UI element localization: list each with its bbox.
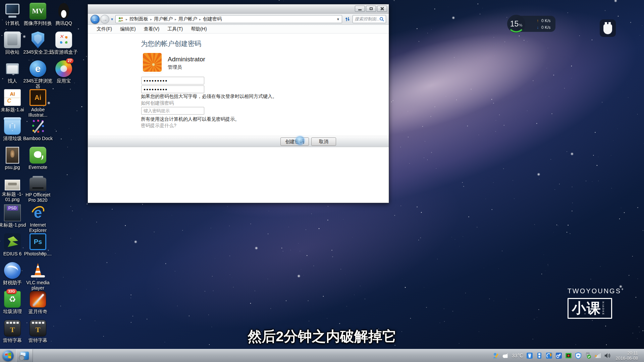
app-manager-icon — [20, 352, 29, 360]
breadcrumb-separator-icon: ▸ — [125, 17, 128, 21]
user-name: Administrator — [168, 56, 205, 63]
password-hint-field[interactable] — [141, 107, 204, 115]
icon-label: HP Officejet Pro 3620 — [22, 192, 54, 203]
clock-time: 20:11 — [616, 351, 638, 356]
menu-edit[interactable]: 编辑(E) — [116, 25, 140, 33]
desktop-icon-lanyue-chuanqi[interactable]: 蓝月传奇 — [22, 291, 54, 314]
weather-temperature[interactable]: 33℃ — [512, 353, 523, 359]
minimize-icon — [358, 9, 362, 10]
command-band: 创建密码 取消 — [88, 136, 389, 147]
badge: 33G — [6, 289, 17, 294]
taskbar-app-button[interactable] — [16, 349, 33, 362]
case-note: 如果您的密码包括大写字母，必须在每次登录时以相同方式键入。 — [141, 94, 277, 100]
hint-visibility-note: 所有使用这台计算机的人都可以看见密码提示。 — [141, 116, 239, 122]
taskbar: 33℃ — [0, 349, 644, 362]
crumb-create-password[interactable]: 创建密码 — [202, 16, 223, 22]
desktop-icon-adobe-illustrator[interactable]: Ai Adobe Illustrat... — [22, 89, 54, 118]
address-dropdown-icon[interactable]: ▼ — [336, 17, 340, 21]
icon-label: Adobe Illustrat... — [22, 107, 54, 118]
start-button[interactable] — [0, 349, 16, 362]
what-is-hint-link[interactable]: 密码提示是什么? — [141, 123, 176, 129]
watermark-brand: TWOYOUNGS — [568, 287, 621, 295]
safely-remove-usb-icon[interactable] — [585, 352, 591, 359]
key-security-icon[interactable] — [555, 352, 562, 359]
menu-file[interactable]: 文件(F) — [93, 25, 116, 33]
confirm-password-field[interactable] — [141, 85, 204, 93]
minimize-button[interactable] — [355, 6, 365, 12]
weather-cloud-icon[interactable] — [502, 352, 509, 359]
search-icon — [379, 17, 384, 21]
desktop-icon-tencent-qq[interactable]: 腾讯QQ — [48, 3, 80, 26]
new-password-field[interactable] — [141, 77, 204, 84]
back-button[interactable]: ← — [91, 15, 100, 24]
create-password-button[interactable]: 创建密码 — [280, 137, 309, 146]
window-titlebar[interactable] — [88, 4, 389, 14]
download-speed: 0 K/s — [541, 25, 550, 30]
input-method-icon[interactable] — [492, 352, 499, 359]
refresh-icon — [345, 16, 350, 22]
green-progress-arc — [507, 15, 525, 33]
desktop: 计算机 MV 图像序列转换 腾讯QQ 回收站 — [0, 0, 644, 362]
monitor-green-icon[interactable] — [565, 352, 572, 359]
cancel-button[interactable]: 取消 — [311, 137, 336, 146]
icon-label: Evernote — [22, 165, 54, 170]
badge: 27 — [66, 58, 73, 63]
breadcrumb-separator-icon: ▸ — [199, 17, 202, 21]
network-signal-icon[interactable] — [594, 352, 601, 359]
security-shield-icon[interactable] — [575, 352, 582, 359]
maximize-button[interactable] — [366, 6, 376, 12]
volume-speaker-icon[interactable] — [604, 352, 611, 359]
download-arrow-icon: ↓ — [537, 25, 541, 30]
sync-update-icon[interactable] — [546, 352, 552, 359]
windows-logo-icon — [2, 350, 14, 361]
desktop-icon-bamboo-dock[interactable]: Bamboo Dock — [22, 118, 54, 141]
clock-date: 2016-06-08 — [616, 356, 638, 361]
forward-button[interactable]: → — [100, 15, 109, 24]
crumb-user-accounts-1[interactable]: 用户帐户 — [153, 16, 174, 22]
icon-label: Internet Explorer — [22, 222, 54, 233]
breadcrumb[interactable]: ▸ 控制面板 ▸ 用户帐户 ▸ 用户帐户 ▸ 创建密码 ▼ — [115, 15, 342, 23]
watermark: TWOYOUNGS+ 小课 XIAOKE — [568, 287, 625, 319]
icon-label: 迅雷游戏盒子 — [48, 49, 80, 55]
strong-password-link[interactable]: 如何创建强密码 — [141, 100, 174, 106]
menu-tools[interactable]: 工具(T) — [163, 25, 187, 33]
search-input[interactable]: 搜索控制面... — [353, 15, 386, 23]
usb-small-icon[interactable] — [536, 352, 543, 359]
taskbar-clock[interactable]: 20:11 2016-06-08 — [614, 351, 642, 361]
icon-label: Bamboo Dock — [22, 136, 54, 141]
icon-label: 应用宝 — [48, 78, 80, 83]
crumb-user-accounts-2[interactable]: 用户帐户 — [177, 16, 199, 22]
page-title: 为您的帐户创建密码 — [141, 39, 201, 48]
desktop-icon-internet-explorer[interactable]: e Internet Explorer — [22, 204, 54, 233]
close-button[interactable] — [377, 6, 387, 12]
user-avatar[interactable] — [143, 53, 162, 72]
icon-label: VLC media player — [22, 280, 54, 291]
create-password-page: 为您的帐户创建密码 Administrator 管理员 如果您的密码包括大写字母… — [88, 34, 389, 203]
desktop-icon-vlc[interactable]: VLC media player — [22, 262, 54, 291]
navigation-toolbar: ← → ▼ ▸ 控制面板 ▸ 用户帐户 ▸ 用户帐户 ▸ 创建密码 ▼ — [88, 14, 389, 25]
upload-speed: 0 K/s — [541, 18, 550, 23]
icon-label: 蓝月传奇 — [22, 309, 54, 314]
desktop-icon-xunlei-game-box[interactable]: 迅雷游戏盒子 — [48, 32, 80, 55]
icon-label: Photoshop.... — [22, 251, 54, 256]
menu-view[interactable]: 查看(V) — [140, 25, 164, 33]
usb-device-icon[interactable] — [526, 352, 533, 359]
refresh-button[interactable] — [344, 15, 351, 23]
users-icon — [118, 17, 124, 22]
user-role: 管理员 — [168, 64, 182, 70]
breadcrumb-separator-icon: ▸ — [150, 17, 153, 21]
desktop-icons-area: 计算机 MV 图像序列转换 腾讯QQ 回收站 — [0, 0, 87, 349]
maximize-icon — [370, 7, 373, 10]
upload-arrow-icon: ↑ — [537, 18, 541, 23]
watermark-logo: 小课 — [572, 299, 601, 318]
control-panel-window: ← → ▼ ▸ 控制面板 ▸ 用户帐户 ▸ 用户帐户 ▸ 创建密码 ▼ — [88, 4, 389, 203]
watermark-plus: + — [621, 287, 625, 292]
menu-help[interactable]: 帮助(H) — [187, 25, 211, 33]
crumb-control-panel[interactable]: 控制面板 — [128, 16, 150, 22]
desktop-icon-yingyongbao[interactable]: 27 应用宝 — [48, 60, 80, 83]
desktop-icon-photoshop[interactable]: Ps Photoshop.... — [22, 233, 54, 256]
search-placeholder: 搜索控制面... — [355, 16, 379, 22]
desktop-icon-evernote[interactable]: Evernote — [22, 147, 54, 170]
desktop-icon-hp-officejet[interactable]: HP Officejet Pro 3620 — [22, 176, 54, 203]
recent-pages-dropdown-icon[interactable]: ▼ — [110, 17, 114, 21]
